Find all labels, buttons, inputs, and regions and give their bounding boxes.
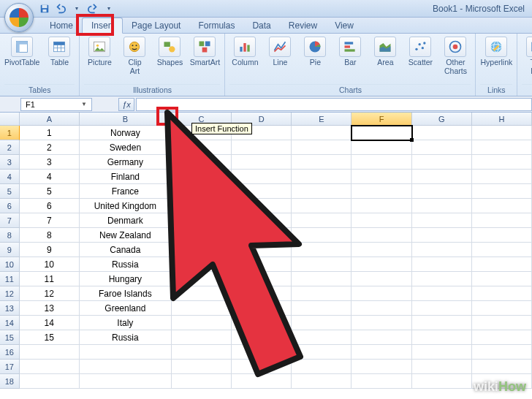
cell-G13[interactable]: [412, 301, 472, 316]
cell-A11[interactable]: 11: [20, 272, 80, 286]
cell-A9[interactable]: 9: [20, 243, 80, 257]
cell-D9[interactable]: [232, 243, 292, 257]
cell-C18[interactable]: [172, 374, 232, 389]
cell-F14[interactable]: [352, 316, 411, 330]
cell-E9[interactable]: [292, 243, 352, 257]
cell-A10[interactable]: 10: [20, 257, 80, 272]
row-header-18[interactable]: 18: [0, 374, 20, 389]
cell-D14[interactable]: [232, 316, 292, 330]
cell-E18[interactable]: [292, 374, 352, 389]
cell-G6[interactable]: [412, 199, 472, 213]
cell-D17[interactable]: [232, 360, 292, 374]
cell-C9[interactable]: [172, 243, 232, 257]
cell-E11[interactable]: [292, 272, 352, 286]
row-header-6[interactable]: 6: [0, 199, 20, 213]
cell-A15[interactable]: 15: [20, 330, 80, 345]
ribbon-table-button[interactable]: Table: [44, 37, 75, 67]
cell-B4[interactable]: Finland: [80, 170, 172, 184]
name-box[interactable]: F1 ▼: [20, 98, 92, 111]
cell-B2[interactable]: Sweden: [80, 140, 172, 155]
cell-D7[interactable]: [232, 213, 292, 228]
cell-G2[interactable]: [412, 140, 472, 155]
cell-F3[interactable]: [352, 155, 411, 170]
cell-C10[interactable]: [172, 257, 232, 272]
cell-C15[interactable]: [172, 330, 232, 345]
cell-B1[interactable]: Norway: [80, 126, 172, 140]
cell-A1[interactable]: 1: [20, 126, 80, 140]
redo-icon[interactable]: [86, 1, 100, 16]
cell-B12[interactable]: Faroe Islands: [80, 286, 172, 301]
cell-D15[interactable]: [232, 330, 292, 345]
cell-B13[interactable]: Greenland: [80, 301, 172, 316]
cell-F7[interactable]: [352, 213, 411, 228]
cell-F11[interactable]: [352, 272, 411, 286]
cell-A18[interactable]: [20, 374, 80, 389]
cell-F5[interactable]: [352, 184, 411, 199]
cell-G10[interactable]: [412, 257, 472, 272]
cell-H17[interactable]: [472, 360, 532, 374]
cell-H3[interactable]: [472, 155, 532, 170]
cell-C6[interactable]: [172, 199, 232, 213]
cell-E13[interactable]: [292, 301, 352, 316]
tab-data[interactable]: Data: [243, 18, 279, 33]
cell-B14[interactable]: Italy: [80, 316, 172, 330]
column-header-A[interactable]: A: [20, 113, 80, 126]
cell-D18[interactable]: [232, 374, 292, 389]
cell-C16[interactable]: [172, 345, 232, 360]
cell-A6[interactable]: 6: [20, 199, 80, 213]
cell-A3[interactable]: 3: [20, 155, 80, 170]
cell-C7[interactable]: [172, 213, 232, 228]
cell-G1[interactable]: [412, 126, 472, 140]
cell-G3[interactable]: [412, 155, 472, 170]
cell-E14[interactable]: [292, 316, 352, 330]
cell-B17[interactable]: [80, 360, 172, 374]
tab-review[interactable]: Review: [280, 18, 326, 33]
cell-H16[interactable]: [472, 345, 532, 360]
cell-F18[interactable]: [352, 374, 411, 389]
ribbon-column-button[interactable]: Column: [229, 37, 260, 75]
row-header-5[interactable]: 5: [0, 184, 20, 199]
cell-A17[interactable]: [20, 360, 80, 374]
row-header-14[interactable]: 14: [0, 316, 20, 330]
cell-A13[interactable]: 13: [20, 301, 80, 316]
cell-F15[interactable]: [352, 330, 411, 345]
cell-D4[interactable]: [232, 170, 292, 184]
ribbon-smartart-button[interactable]: SmartArt: [189, 37, 220, 75]
tab-page-layout[interactable]: Page Layout: [123, 18, 189, 33]
ribbon-area-button[interactable]: Area: [370, 37, 400, 75]
cell-B10[interactable]: Russia: [80, 257, 172, 272]
cell-E16[interactable]: [292, 345, 352, 360]
cell-B15[interactable]: Russia: [80, 330, 172, 345]
cell-H5[interactable]: [472, 184, 532, 199]
cell-G17[interactable]: [412, 360, 472, 374]
cell-F10[interactable]: [352, 257, 411, 272]
cell-C12[interactable]: [172, 286, 232, 301]
cell-C14[interactable]: [172, 316, 232, 330]
cell-B16[interactable]: [80, 345, 172, 360]
cell-F1[interactable]: [352, 126, 411, 140]
cell-A12[interactable]: 12: [20, 286, 80, 301]
cell-E10[interactable]: [292, 257, 352, 272]
cell-F9[interactable]: [352, 243, 411, 257]
row-header-13[interactable]: 13: [0, 301, 20, 316]
cell-D11[interactable]: [232, 272, 292, 286]
cell-D10[interactable]: [232, 257, 292, 272]
cell-E5[interactable]: [292, 184, 352, 199]
chevron-down-icon[interactable]: ▼: [81, 101, 87, 107]
cell-H11[interactable]: [472, 272, 532, 286]
tab-view[interactable]: View: [326, 18, 362, 33]
ribbon-pie-button[interactable]: Pie: [300, 37, 330, 75]
ribbon-text-box-button[interactable]: AText Box: [522, 37, 532, 75]
cell-E4[interactable]: [292, 170, 352, 184]
row-header-7[interactable]: 7: [0, 213, 20, 228]
ribbon-line-button[interactable]: Line: [265, 37, 295, 75]
cell-E17[interactable]: [292, 360, 352, 374]
cell-G15[interactable]: [412, 330, 472, 345]
row-header-16[interactable]: 16: [0, 345, 20, 360]
ribbon-shapes-button[interactable]: Shapes: [154, 37, 185, 75]
cell-B3[interactable]: Germany: [80, 155, 172, 170]
cell-A14[interactable]: 14: [20, 316, 80, 330]
cell-G16[interactable]: [412, 345, 472, 360]
cell-E6[interactable]: [292, 199, 352, 213]
save-icon[interactable]: [37, 1, 52, 16]
